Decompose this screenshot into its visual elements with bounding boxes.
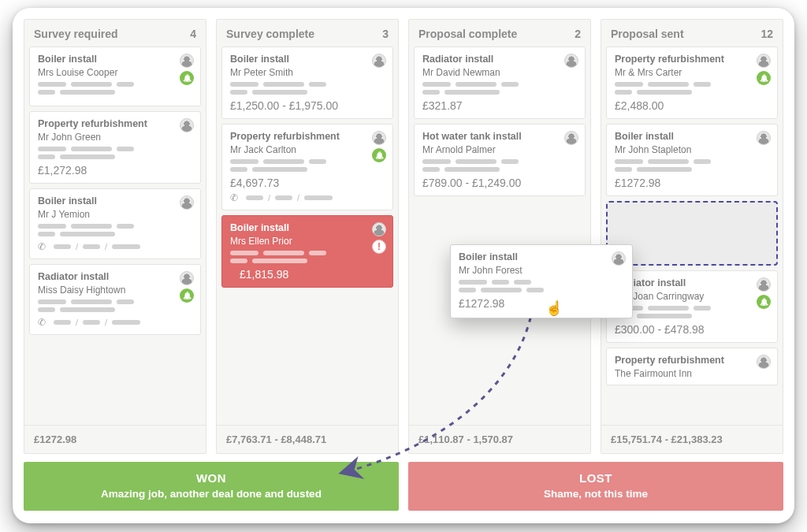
user-avatar-icon	[372, 54, 386, 68]
column-proposal-complete: Proposal complete 2 Radiator install Mr …	[408, 19, 591, 454]
card-price: £1,272.98	[38, 164, 192, 177]
card-customer: Mr John Forest	[459, 265, 624, 276]
card-title: Radiator install	[38, 271, 192, 282]
card-title: Boiler install	[459, 251, 624, 262]
card-price: £1272.98	[459, 297, 624, 310]
column-survey-complete: Survey complete 3 Boiler install Mr Pete…	[216, 19, 399, 454]
card-customer: Mr J Yemion	[38, 209, 192, 220]
card-customer: Mr Arnold Palmer	[422, 144, 577, 155]
column-count: 2	[575, 28, 581, 40]
user-avatar-icon	[180, 54, 194, 68]
bell-icon	[180, 288, 194, 303]
user-avatar-icon	[757, 54, 771, 68]
card-title: Property refurbishment	[38, 118, 192, 129]
card-meta: //	[38, 241, 192, 252]
placeholder-lines	[422, 159, 577, 172]
alert-icon: !	[372, 240, 386, 254]
column-count: 3	[382, 28, 389, 40]
column-footer-total: £15,751.74 - £21,383.23	[601, 425, 783, 453]
placeholder-lines	[230, 82, 385, 95]
card-customer: Mr Jack Carlton	[230, 144, 385, 155]
bell-icon	[757, 295, 771, 309]
user-avatar-icon	[757, 355, 771, 369]
job-card[interactable]: Hot water tank install Mr Arnold Palmer …	[414, 124, 586, 196]
placeholder-lines	[38, 224, 192, 236]
placeholder-lines	[38, 82, 192, 95]
column-footer-total: £7,763.71 - £8,448.71	[217, 425, 398, 453]
card-customer: Mrs Ellen Prior	[230, 236, 385, 247]
card-title: Radiator install	[422, 54, 577, 65]
user-avatar-icon	[612, 251, 626, 266]
job-card[interactable]: Boiler install Mr Peter Smith £1,250.00 …	[221, 47, 393, 119]
card-title: Radiator install	[615, 277, 769, 288]
kanban-board: Survey required 4 Boiler install Mrs Lou…	[13, 8, 794, 523]
user-avatar-icon	[180, 118, 194, 132]
card-customer: Miss Daisy Hightown	[38, 285, 192, 296]
card-price: £2,488.00	[615, 99, 769, 112]
card-title: Boiler install	[38, 195, 192, 206]
card-title: Property refurbishment	[615, 355, 769, 366]
phone-icon	[38, 241, 49, 252]
job-card[interactable]: Property refurbishment Mr & Mrs Carter £…	[606, 47, 778, 119]
card-customer: The Fairmount Inn	[615, 368, 769, 379]
column-body: Property refurbishment Mr & Mrs Carter £…	[601, 47, 783, 425]
dragging-card[interactable]: Boiler install Mr John Forest £1272.98	[450, 244, 633, 318]
user-avatar-icon	[180, 271, 194, 285]
job-card[interactable]: Property refurbishment Mr John Green £1,…	[29, 111, 201, 184]
card-customer: Mrs Joan Carringway	[615, 291, 769, 302]
card-customer: Mr Peter Smith	[230, 67, 385, 78]
column-footer-total: £1272.98	[24, 425, 206, 453]
job-card[interactable]: Boiler install Mrs Louise Cooper	[29, 47, 201, 106]
phone-icon	[230, 192, 241, 203]
phone-icon	[38, 317, 49, 328]
card-customer: Mrs Louise Cooper	[38, 67, 192, 78]
column-header: Proposal complete 2	[409, 20, 590, 47]
user-avatar-icon	[372, 131, 386, 145]
placeholder-lines	[615, 159, 769, 172]
job-card[interactable]: Property refurbishment The Fairmount Inn	[606, 348, 778, 385]
user-avatar-icon	[180, 195, 194, 210]
job-card[interactable]: Radiator install Miss Daisy Hightown //	[29, 264, 201, 335]
card-price: £4,697.73	[230, 177, 385, 189]
card-title: Property refurbishment	[615, 54, 769, 65]
column-header: Survey complete 3	[217, 20, 398, 47]
card-title: Hot water tank install	[422, 131, 577, 142]
column-count: 12	[761, 28, 773, 40]
card-price: £1,815.98	[230, 268, 385, 281]
card-title: Boiler install	[230, 54, 385, 65]
placeholder-lines	[459, 280, 624, 292]
job-card[interactable]: Property refurbishment Mr Jack Carlton £…	[221, 124, 393, 210]
column-title: Proposal complete	[418, 28, 517, 40]
column-count: 4	[190, 28, 196, 40]
card-price: £789.00 - £1,249.00	[422, 177, 577, 189]
bell-icon	[757, 71, 771, 85]
placeholder-lines	[615, 306, 769, 318]
card-customer: Mr David Newman	[422, 67, 577, 78]
job-card-overdue[interactable]: ! Boiler install Mrs Ellen Prior £1,815.…	[221, 215, 393, 288]
user-avatar-icon	[564, 131, 578, 145]
placeholder-lines	[422, 82, 577, 95]
job-card[interactable]: Boiler install Mr John Stapleton £1272.9…	[606, 124, 778, 196]
user-avatar-icon	[564, 54, 578, 68]
column-footer-total: £1,110.87 - 1,570.87	[409, 425, 590, 453]
card-customer: Mr John Green	[38, 132, 192, 143]
placeholder-lines	[230, 159, 385, 172]
user-avatar-icon	[757, 277, 771, 292]
job-card[interactable]: Radiator install Mr David Newman £321.87	[414, 47, 586, 119]
outcome-row: WON Amazing job, another deal done and d…	[24, 462, 783, 511]
user-avatar-icon	[757, 131, 771, 145]
column-survey-required: Survey required 4 Boiler install Mrs Lou…	[24, 19, 206, 454]
card-meta: //	[38, 317, 192, 328]
column-body: Boiler install Mrs Louise Cooper Propert…	[24, 47, 206, 425]
card-title: Boiler install	[38, 54, 192, 65]
outcome-won-subtitle: Amazing job, another deal done and duste…	[32, 488, 391, 500]
outcome-won-dropzone[interactable]: WON Amazing job, another deal done and d…	[24, 462, 399, 511]
column-header: Survey required 4	[24, 20, 206, 47]
job-card[interactable]: Boiler install Mr J Yemion //	[29, 188, 201, 259]
placeholder-lines	[38, 299, 192, 312]
outcome-lost-dropzone[interactable]: LOST Shame, not this time	[408, 462, 783, 511]
placeholder-lines	[38, 147, 192, 159]
outcome-won-title: WON	[32, 471, 391, 485]
column-title: Survey required	[34, 28, 118, 40]
placeholder-lines	[615, 82, 769, 95]
